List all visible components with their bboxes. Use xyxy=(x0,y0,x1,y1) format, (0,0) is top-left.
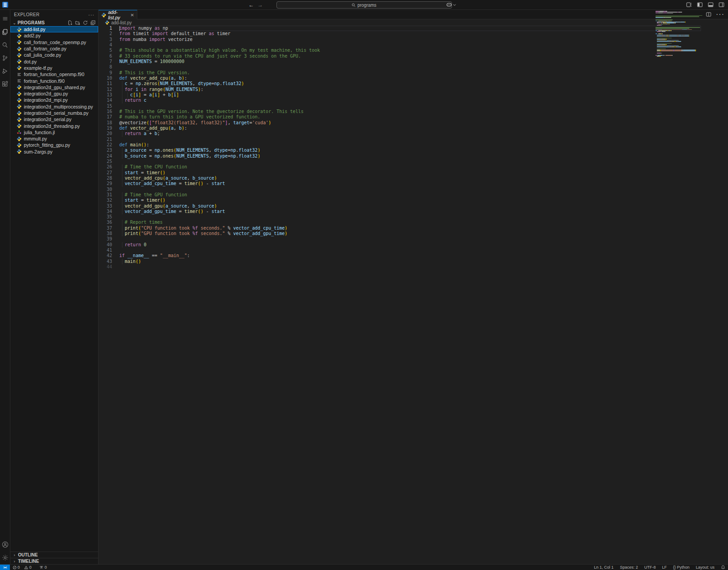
file-item-pytorch_fitting_gpu.py[interactable]: pytorch_fitting_gpu.py xyxy=(10,142,98,148)
code-line-15[interactable]: 15 xyxy=(99,104,728,109)
menu-icon[interactable] xyxy=(0,12,10,25)
code-line-19[interactable]: 19def vector_add_gpu(a, b): xyxy=(99,126,728,131)
code-line-22[interactable]: 22def main(): xyxy=(99,142,728,148)
code-line-5[interactable]: 5# This should be a substantially high v… xyxy=(99,48,728,53)
panel-outline[interactable]: › OUTLINE xyxy=(10,552,98,558)
customize-layout-icon[interactable] xyxy=(686,2,692,8)
remote-indicator[interactable]: >< xyxy=(0,565,10,570)
file-item-call_fortran_code_openmp.py[interactable]: call_fortran_code_openmp.py xyxy=(10,39,98,45)
code-line-18[interactable]: 18@vectorize(["float32(float32, float32)… xyxy=(99,120,728,126)
explorer-more-actions-icon[interactable]: ··· xyxy=(88,12,95,18)
search-view-icon[interactable] xyxy=(0,38,10,51)
toggle-panel-icon[interactable] xyxy=(708,2,714,8)
code-line-26[interactable]: 26 # Time the CPU function xyxy=(99,164,728,170)
file-item-integration2d_serial.py[interactable]: integration2d_serial.py xyxy=(10,116,98,122)
code-line-32[interactable]: 32 start = timer() xyxy=(99,198,728,203)
status-item-cursor-position[interactable]: Ln 1, Col 1 xyxy=(594,565,614,570)
file-item-integration2d_gpu.py[interactable]: integration2d_gpu.py xyxy=(10,90,98,97)
status-item-eol[interactable]: LF xyxy=(662,565,667,570)
code-line-16[interactable]: 16# This is the GPU version. Note the @v… xyxy=(99,109,728,114)
code-line-7[interactable]: 7NUM_ELEMENTS = 100000000 xyxy=(99,59,728,64)
status-item-indentation[interactable]: Spaces: 2 xyxy=(620,565,638,570)
file-item-integration2d_mpi.py[interactable]: integration2d_mpi.py xyxy=(10,97,98,103)
status-item-encoding[interactable]: UTF-8 xyxy=(644,565,656,570)
file-item-add2.py[interactable]: add2.py xyxy=(10,32,98,39)
new-folder-icon[interactable] xyxy=(75,20,80,25)
problems-errors[interactable]: 0 xyxy=(13,565,20,570)
code-editor[interactable]: 1import numpy as np2from timeit import d… xyxy=(99,26,728,564)
code-line-14[interactable]: 14 return c xyxy=(99,98,728,103)
code-line-11[interactable]: 11 c = np.zeros(NUM_ELEMENTS, dtype=np.f… xyxy=(99,81,728,86)
status-item-keyboard-layout[interactable]: Layout: us xyxy=(696,565,714,570)
code-line-23[interactable]: 23 a_source = np.ones(NUM_ELEMENTS, dtyp… xyxy=(99,148,728,153)
file-item-fortran_function.f90[interactable]: fortran_function.f90 xyxy=(10,77,98,84)
panel-timeline[interactable]: › TIMELINE xyxy=(10,558,98,564)
code-line-10[interactable]: 10def vector_add_cpu(a, b): xyxy=(99,76,728,81)
source-control-icon[interactable] xyxy=(0,51,10,64)
code-line-27[interactable]: 27 start = timer() xyxy=(99,170,728,176)
code-line-36[interactable]: 36 # Report times xyxy=(99,220,728,225)
code-line-3[interactable]: 3from numba import vectorize xyxy=(99,37,728,42)
breadcrumb[interactable]: add-list.py xyxy=(99,19,728,26)
code-line-33[interactable]: 33 vector_add_gpu(a_source, b_source) xyxy=(99,204,728,209)
file-item-integration2d_gpu_shared.py[interactable]: integration2d_gpu_shared.py xyxy=(10,84,98,90)
command-center-search[interactable]: programs xyxy=(276,1,452,9)
file-item-integration2d_serial_numba.py[interactable]: integration2d_serial_numba.py xyxy=(10,110,98,116)
code-line-2[interactable]: 2from timeit import default_timer as tim… xyxy=(99,31,728,36)
code-line-12[interactable]: 12 for i in range(NUM_ELEMENTS): xyxy=(99,87,728,92)
file-item-dot.py[interactable]: dot.py xyxy=(10,58,98,64)
code-line-24[interactable]: 24 b_source = np.ones(NUM_ELEMENTS, dtyp… xyxy=(99,154,728,159)
code-line-37[interactable]: 37 print("CPU function took %f seconds."… xyxy=(99,226,728,231)
file-item-sum-2args.py[interactable]: sum-2args.py xyxy=(10,149,98,155)
file-item-integration2d_threading.py[interactable]: integration2d_threading.py xyxy=(10,122,98,129)
file-item-fortran_function_openmp.f90[interactable]: fortran_function_openmp.f90 xyxy=(10,71,98,77)
settings-gear-icon[interactable] xyxy=(0,551,10,564)
code-line-29[interactable]: 29 vector_add_cpu_time = timer() - start xyxy=(99,181,728,186)
code-line-39[interactable]: 39 xyxy=(99,236,728,242)
file-item-call_fortran_code.py[interactable]: call_fortran_code.py xyxy=(10,45,98,52)
navigate-back-icon[interactable]: ← xyxy=(249,0,254,10)
code-line-34[interactable]: 34 vector_add_gpu_time = timer() - start xyxy=(99,209,728,214)
code-line-9[interactable]: 9# This is the CPU version. xyxy=(99,70,728,76)
code-line-31[interactable]: 31 # Time the GPU function xyxy=(99,192,728,198)
code-line-13[interactable]: 13 c[i] = a[i] + b[i] xyxy=(99,92,728,98)
code-line-38[interactable]: 38 print("GPU function took %f seconds."… xyxy=(99,231,728,236)
code-line-44[interactable]: 44 xyxy=(99,264,728,270)
run-debug-icon[interactable] xyxy=(0,64,10,77)
code-line-43[interactable]: 43 main() xyxy=(99,259,728,264)
copilot-button[interactable] xyxy=(446,2,456,8)
file-item-call_julia_code.py[interactable]: call_julia_code.py xyxy=(10,52,98,58)
new-file-icon[interactable] xyxy=(68,20,72,25)
code-line-4[interactable]: 4 xyxy=(99,42,728,48)
collapse-all-icon[interactable] xyxy=(90,20,95,25)
problems-warnings[interactable]: 0 xyxy=(24,565,32,570)
code-line-40[interactable]: 40 return 0 xyxy=(99,242,728,248)
code-line-30[interactable]: 30 xyxy=(99,187,728,192)
code-line-1[interactable]: 1import numpy as np xyxy=(99,26,728,31)
file-item-example-tf.py[interactable]: example-tf.py xyxy=(10,65,98,71)
code-line-28[interactable]: 28 vector_add_cpu(a_source, b_source) xyxy=(99,176,728,181)
section-programs[interactable]: ⌄ PROGRAMS xyxy=(10,19,98,26)
code-line-25[interactable]: 25 xyxy=(99,159,728,164)
code-line-21[interactable]: 21 xyxy=(99,137,728,142)
code-line-41[interactable]: 41 xyxy=(99,248,728,253)
toggle-primary-sidebar-icon[interactable] xyxy=(697,2,703,8)
code-line-35[interactable]: 35 xyxy=(99,214,728,220)
toggle-secondary-sidebar-icon[interactable] xyxy=(719,2,724,8)
code-line-17[interactable]: 17# numba to turn this into a GPU vector… xyxy=(99,114,728,120)
file-item-add-list.py[interactable]: add-list.py xyxy=(10,26,98,32)
editor-more-actions-icon[interactable]: ··· xyxy=(716,10,724,18)
file-item-julia_function.jl[interactable]: julia_function.jl xyxy=(10,129,98,136)
extensions-icon[interactable] xyxy=(0,77,10,90)
file-item-mmmult.py[interactable]: mmmult.py xyxy=(10,136,98,142)
file-item-integration2d_multiprocessing.py[interactable]: integration2d_multiprocessing.py xyxy=(10,104,98,110)
accounts-icon[interactable] xyxy=(0,538,10,551)
split-editor-icon[interactable] xyxy=(706,12,711,17)
code-line-6[interactable]: 6# 33 seconds to run via the CPU and jus… xyxy=(99,54,728,59)
tab-add-list-py[interactable]: add-list.py ✕ xyxy=(99,10,137,19)
tab-close-icon[interactable]: ✕ xyxy=(131,13,134,18)
code-line-42[interactable]: 42if __name__ == "__main__": xyxy=(99,253,728,258)
refresh-icon[interactable] xyxy=(83,20,88,25)
bell-icon[interactable] xyxy=(721,565,725,570)
ports-forwarded[interactable]: 0 xyxy=(39,565,47,570)
